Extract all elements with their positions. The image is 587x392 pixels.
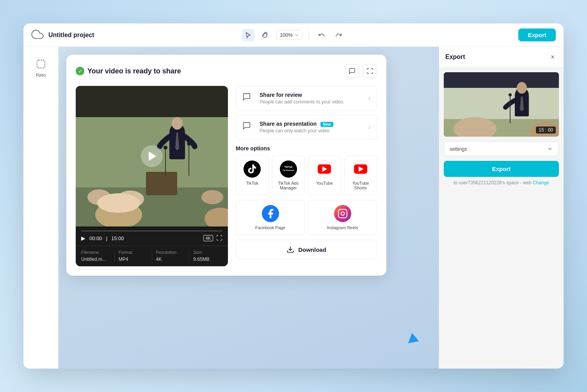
comment-button[interactable] <box>345 64 359 78</box>
format-label: Format: <box>119 250 148 255</box>
platform-tiktok-ads[interactable]: TikTok For Business TikTok Ads Manager <box>272 155 305 195</box>
controls-row: ▶ 00:00 | 15:00 4K ⛶ <box>81 235 222 242</box>
current-time: 00:00 <box>89 235 102 241</box>
panel-thumbnail: 15 : 00 <box>444 72 559 137</box>
share-options: Share for review People can add comments… <box>236 86 377 266</box>
duration: 15:00 <box>111 235 124 241</box>
svg-rect-18 <box>282 163 295 175</box>
download-button[interactable]: Download <box>236 240 377 259</box>
zoom-dropdown[interactable]: 100% <box>276 30 302 40</box>
share-review-info: Share for review People can add comments… <box>260 92 344 105</box>
youtube-label: YouTube <box>316 181 333 185</box>
redo-button[interactable] <box>333 29 345 41</box>
meta-resolution: Resolution: 4K <box>156 250 185 262</box>
svg-point-28 <box>517 82 527 94</box>
instagram-icon <box>334 205 351 222</box>
ready-text: Your video is ready to share <box>87 67 181 75</box>
facebook-icon <box>262 205 279 222</box>
video-controls: ▶ 00:00 | 15:00 4K ⛶ <box>76 226 228 246</box>
share-presentation-desc: People can only watch your video. <box>260 128 333 134</box>
youtube-icon <box>316 160 333 178</box>
play-button[interactable] <box>141 145 163 167</box>
tiktok-ads-label: TikTok Ads Manager <box>276 181 302 190</box>
platform-instagram[interactable]: Instagram Reels <box>308 200 377 235</box>
video-meta: Filename: Untitled.m... Format: MP4 Reso… <box>76 246 228 266</box>
fullscreen-button[interactable]: ⛶ <box>216 235 222 242</box>
svg-point-14 <box>201 190 223 204</box>
controls-left: ▶ 00:00 | 15:00 <box>81 235 124 241</box>
platform-youtube-shorts[interactable]: YouTube Shorts <box>344 155 377 195</box>
meta-format: Format: MP4 <box>119 250 148 262</box>
close-panel-button[interactable]: × <box>548 52 557 62</box>
meta-divider-3 <box>189 250 189 262</box>
export-panel-button[interactable]: Export <box>444 161 559 177</box>
meta-filename: Filename: Untitled.m... <box>81 250 110 262</box>
dialog-header: ✓ Your video is ready to share <box>76 64 377 78</box>
ratio-icon <box>34 57 48 71</box>
change-link[interactable]: Change <box>533 180 549 185</box>
storage-info: to user7356221120228's space - web Chang… <box>444 180 559 185</box>
settings-label: settings <box>450 146 467 152</box>
hand-tool-button[interactable] <box>259 29 272 41</box>
header-divider <box>309 30 309 40</box>
svg-rect-4 <box>146 172 177 195</box>
export-header-button[interactable]: Export <box>518 29 556 41</box>
ratio-label: Ratio <box>36 73 46 77</box>
dialog-actions <box>345 64 377 78</box>
more-options-title: More options <box>236 145 377 151</box>
filename-value: Untitled.m... <box>81 257 106 262</box>
size-value: 9.65MB <box>193 257 209 262</box>
platforms-grid-1: TikTok TikTok For Business <box>236 155 377 195</box>
youtube-shorts-icon <box>352 160 369 178</box>
play-triangle <box>149 151 157 161</box>
dialog-body: ▶ 00:00 | 15:00 4K ⛶ <box>76 86 377 266</box>
main-content: Ratio ✓ Your video is ready to share <box>23 47 564 369</box>
cloud-icon <box>31 28 44 42</box>
play-icon-small[interactable]: ▶ <box>81 235 85 241</box>
svg-point-10 <box>172 117 183 130</box>
share-presentation-card[interactable]: Share as presentation New People can onl… <box>236 115 377 140</box>
dialog-ready: ✓ Your video is ready to share <box>76 67 181 75</box>
video-main <box>76 86 228 226</box>
share-presentation-title: Share as presentation New <box>260 121 333 127</box>
share-presentation-icon <box>242 121 255 134</box>
storage-text: to user7356221120228's space - web <box>454 180 532 185</box>
header-center: 100% <box>242 29 345 41</box>
meta-size: Size: 9.65MB <box>193 250 222 262</box>
pointer-tool-button[interactable] <box>242 29 254 41</box>
platform-youtube[interactable]: YouTube <box>308 155 341 195</box>
expand-button[interactable] <box>363 64 377 78</box>
svg-rect-0 <box>37 60 45 68</box>
panel-time-badge: 15 : 00 <box>536 127 556 134</box>
platform-facebook[interactable]: Facebook Page <box>236 200 305 235</box>
time-separator: | <box>106 235 107 241</box>
download-label: Download <box>298 246 326 253</box>
share-review-left: Share for review People can add comments… <box>242 92 344 105</box>
progress-bar[interactable] <box>81 230 222 232</box>
export-dialog: ✓ Your video is ready to share <box>66 55 386 276</box>
youtube-shorts-label: YouTube Shorts <box>348 181 374 190</box>
sidebar: Ratio <box>23 47 59 369</box>
header: Untitled project 100% <box>23 23 564 47</box>
export-panel-title: Export <box>445 53 465 61</box>
platform-tiktok[interactable]: TikTok <box>236 155 269 195</box>
download-icon <box>286 246 294 253</box>
resolution-label: Resolution: <box>156 250 185 255</box>
share-presentation-left: Share as presentation New People can onl… <box>242 121 333 134</box>
quality-badge: 4K <box>203 235 213 241</box>
tiktok-icon <box>244 160 261 178</box>
svg-text:For Business: For Business <box>283 169 294 171</box>
new-badge: New <box>320 122 333 127</box>
settings-dropdown[interactable]: settings <box>444 141 559 156</box>
zoom-value: 100% <box>280 32 293 38</box>
format-value: MP4 <box>119 257 128 262</box>
filename-label: Filename: <box>81 250 110 255</box>
share-review-card[interactable]: Share for review People can add comments… <box>236 86 377 111</box>
undo-button[interactable] <box>315 29 328 41</box>
share-review-title: Share for review <box>260 92 344 98</box>
share-review-desc: People can add comments to your video. <box>260 99 344 105</box>
sidebar-item-ratio[interactable]: Ratio <box>27 53 55 81</box>
project-title: Untitled project <box>48 32 94 39</box>
meta-divider-2 <box>152 250 152 262</box>
export-panel-header: Export × <box>439 47 564 68</box>
